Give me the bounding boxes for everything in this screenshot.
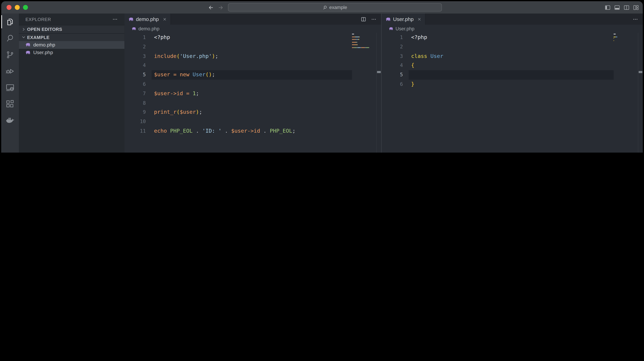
overview-cursor-marker <box>377 71 381 73</box>
tab-close-icon[interactable] <box>417 17 422 21</box>
file-label: User.php <box>33 49 53 55</box>
layout-controls <box>604 1 639 13</box>
overview-ruler[interactable] <box>638 33 642 152</box>
line-number: 4 <box>382 61 403 70</box>
forward-arrow-icon[interactable] <box>218 4 224 10</box>
code-line: 6} <box>382 80 643 89</box>
code-line: 7$user->id = 1; <box>124 89 381 98</box>
code-line: 5$user = new User(); <box>124 70 381 80</box>
activity-item-source-control[interactable] <box>1 46 19 63</box>
open-editors-label: OPEN EDITORS <box>27 27 62 31</box>
activity-item-extensions[interactable] <box>1 96 19 112</box>
code-line-content: include('User.php'); <box>154 51 218 61</box>
code-line: 9print_r($user); <box>124 108 381 117</box>
example-folder-label: EXAMPLE <box>27 35 50 40</box>
chevron-right-icon <box>21 27 26 31</box>
source-control-icon <box>6 50 15 59</box>
code-line: 3include('User.php'); <box>124 51 381 61</box>
line-number: 11 <box>124 126 146 136</box>
php-file-icon <box>25 42 31 48</box>
line-number: 6 <box>382 80 403 89</box>
history-nav <box>208 1 224 13</box>
line-number: 8 <box>124 98 146 108</box>
code-line-content: $user = new User(); <box>154 70 215 80</box>
code-line-content: <?php <box>154 33 170 42</box>
breadcrumb[interactable]: demo.php <box>124 25 381 33</box>
breadcrumb-label: User.php <box>396 26 414 31</box>
code-line-content: <?php <box>411 33 427 42</box>
file-label: demo.php <box>33 42 55 48</box>
vscode-window: example EXPLORER OPEN EDITORS EXAMPLE de… <box>1 1 643 152</box>
back-arrow-icon[interactable] <box>208 4 214 10</box>
code-editor[interactable]: 1<?php23include('User.php');45$user = ne… <box>124 33 381 152</box>
code-line: 4{ <box>382 61 643 70</box>
code-line: 2 <box>124 42 381 51</box>
code-editor[interactable]: 1<?php23class User4{56} <box>382 33 643 152</box>
tab-User.php[interactable]: User.php <box>382 13 426 25</box>
activity-item-run-and-debug[interactable] <box>1 63 19 79</box>
line-number: 1 <box>382 33 403 42</box>
sidebar-title: EXPLORER <box>26 17 51 22</box>
explorer-icon <box>6 17 15 26</box>
line-number: 4 <box>124 61 146 70</box>
overview-ruler[interactable] <box>376 33 381 152</box>
breadcrumb[interactable]: User.php <box>382 25 643 33</box>
editor-actions <box>632 13 643 25</box>
tab-close-icon[interactable] <box>162 17 167 21</box>
file-list: demo.phpUser.php <box>19 41 124 56</box>
search-icon <box>323 5 327 10</box>
file-row-demo.php[interactable]: demo.php <box>19 41 124 49</box>
titlebar: example <box>1 1 643 14</box>
php-file-icon <box>388 26 394 31</box>
php-file-icon <box>385 16 391 22</box>
zoom-button[interactable] <box>23 5 28 10</box>
activity-item-docker[interactable] <box>1 112 19 128</box>
code-line: 4 <box>124 61 381 70</box>
explorer-more-actions-icon[interactable] <box>112 16 118 22</box>
minimize-button[interactable] <box>15 5 20 10</box>
file-row-User.php[interactable]: User.php <box>19 49 124 56</box>
more-icon[interactable] <box>632 16 638 22</box>
minimap[interactable] <box>614 34 634 42</box>
toggle-primary-sidebar-icon[interactable] <box>604 4 611 10</box>
activity-bar-top <box>1 13 19 128</box>
code-line: 6 <box>124 80 381 89</box>
customize-layout-icon[interactable] <box>633 4 639 10</box>
tab-demo.php[interactable]: demo.php <box>124 13 171 25</box>
code-line: 2 <box>382 42 643 51</box>
close-button[interactable] <box>6 5 12 10</box>
tab-label: demo.php <box>136 16 159 22</box>
command-center-search[interactable]: example <box>228 3 442 11</box>
run-and-debug-icon <box>6 66 15 76</box>
activity-bar <box>1 13 19 152</box>
line-number: 10 <box>124 117 146 126</box>
code-line: 1<?php <box>124 33 381 42</box>
open-editors-section[interactable]: OPEN EDITORS <box>19 25 124 33</box>
tab-label: User.php <box>393 16 414 22</box>
activity-item-explorer[interactable] <box>1 13 19 30</box>
split-editor-icon[interactable] <box>361 16 366 22</box>
line-number: 5 <box>124 70 146 80</box>
editor-group-demo: demo.phpdemo.php1<?php23include('User.ph… <box>124 13 381 152</box>
breadcrumb-label: demo.php <box>138 26 160 31</box>
code-line: 5 <box>382 70 643 80</box>
line-number: 7 <box>124 89 146 98</box>
line-number: 1 <box>124 33 146 42</box>
activity-item-search[interactable] <box>1 30 19 46</box>
code-line-content: $user->id = 1; <box>154 89 199 98</box>
line-number: 2 <box>124 42 146 51</box>
code-line-content: { <box>411 61 414 70</box>
toggle-panel-icon[interactable] <box>614 4 620 10</box>
search-value: example <box>329 5 347 10</box>
toggle-secondary-sidebar-icon[interactable] <box>624 4 630 10</box>
line-number: 5 <box>382 70 403 80</box>
line-number: 6 <box>124 80 146 89</box>
code-line: 11echo PHP_EOL . 'ID: ' . $user->id . PH… <box>124 126 381 136</box>
activity-item-remote-explorer[interactable] <box>1 79 19 96</box>
example-folder-section[interactable]: EXAMPLE <box>19 33 124 41</box>
minimap[interactable] <box>352 34 372 48</box>
code-line-content: echo PHP_EOL . 'ID: ' . $user->id . PHP_… <box>154 126 296 136</box>
window-controls <box>6 5 28 10</box>
more-icon[interactable] <box>371 16 377 22</box>
code-line-content: print_r($user); <box>154 108 202 117</box>
